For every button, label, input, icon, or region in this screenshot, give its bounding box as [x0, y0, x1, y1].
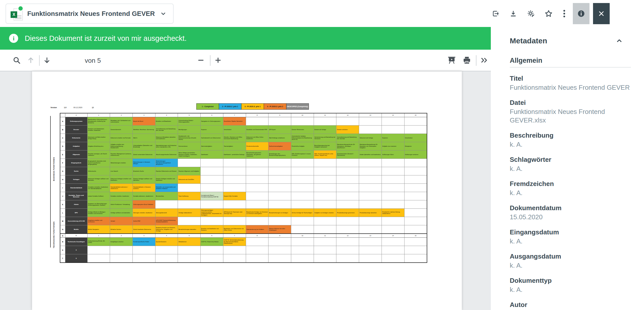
matrix-cell [155, 200, 178, 209]
matrix-cell [359, 254, 382, 263]
matrix-cell [223, 184, 246, 192]
matrix-cell: Kommentieren [178, 142, 201, 150]
matrix-cell: 2 [110, 234, 133, 238]
info-button[interactable] [573, 3, 589, 24]
matrix-cell: 11 [314, 234, 336, 238]
matrix-cell: Verschieben [404, 134, 427, 142]
checkin-button[interactable] [489, 3, 503, 24]
close-button[interactable] [593, 3, 610, 24]
matrix-cell [336, 225, 359, 234]
metadata-fields: TitelFunktionsmatrix Neues Frontend GEVE… [510, 74, 631, 310]
matrix-cell [201, 200, 223, 209]
matrix-cell: Lokale Kontakte Auflisten [87, 192, 110, 200]
matrix-cell [314, 175, 336, 184]
field-value: k. A. [510, 164, 631, 173]
legend-item: DESCOPED (Completely) [286, 103, 309, 110]
settings-button[interactable] [524, 3, 538, 24]
matrix-cell: Dashboard - persönliche Settings [223, 150, 246, 159]
matrix-cell [359, 159, 382, 167]
matrix-row: EAllgemeinFavoriten anzeigen, als Favori… [60, 150, 427, 159]
matrix-cell [269, 117, 291, 126]
matrix-cell [291, 246, 314, 254]
toolbar-divider [39, 55, 40, 66]
legend-item: 4 - PI 2020.3: prio 2 [264, 103, 286, 110]
matrix-cell [87, 246, 110, 254]
close-icon [598, 10, 605, 17]
matrix-cell [359, 167, 382, 175]
matrix-cell [359, 200, 382, 209]
matrix-cell: Dossier-Vorlagen erstellen und bearbeite… [155, 175, 178, 184]
find-button[interactable] [10, 50, 24, 71]
matrix-cell: Metadaten inkl. Sichtbarkeit und Lebensz… [110, 117, 133, 126]
toolbar-more-button[interactable] [477, 50, 491, 71]
matrix-cell: Dokument ab Vorlage [359, 134, 382, 142]
matrix-cell: Dossierübersicht [110, 126, 133, 134]
matrix-cell [223, 175, 246, 184]
matrix-cell [201, 246, 223, 254]
matrix-cell: 5 [178, 113, 201, 117]
more-menu-icon [563, 9, 566, 18]
matrix-cell [223, 217, 246, 225]
matrix-cell: Aufgabe neu zuweisen [382, 142, 404, 150]
matrix-cell: Automatische Updates Dokumentstatus bei … [291, 134, 314, 142]
matrix-cell: Zuletzt verwendete Dokumente [132, 150, 155, 159]
matrix-row: AR123456789101112131415 [60, 234, 427, 238]
matrix-cell: 5 [178, 234, 201, 238]
pdf-viewer-area[interactable]: Version1.009.12.2020§6 1 - Completed2 - … [0, 71, 491, 310]
zoom-in-button[interactable] [211, 50, 225, 71]
collapse-chevron-up-icon[interactable] [615, 37, 623, 45]
matrix-cell [404, 200, 427, 209]
next-page-button[interactable] [40, 50, 53, 71]
matrix-cell: Checkin, Checkout und Office Connector B… [223, 134, 246, 142]
section-technische-funktionen: TECHNISCHE FUNKTIONEN [50, 222, 57, 247]
matrix-row: RTechnische GrundlagenAuthentisierung (P… [60, 238, 427, 246]
matrix-cell: Aktuell ausgecheckte Dokumente [155, 150, 178, 159]
zoom-out-button[interactable] [194, 50, 207, 71]
legend-item: 1 - Completed [196, 103, 219, 110]
matrix-cell [269, 254, 291, 263]
checked-out-banner: i Dieses Dokument ist zurzeit von mir au… [0, 27, 491, 50]
matrix-cell [223, 254, 246, 263]
matrix-cell: Dokument mit Office Online bearbeiten [246, 134, 269, 142]
matrix-cell: 9 [269, 113, 291, 117]
matrix-cell [246, 238, 269, 246]
print-button[interactable] [460, 50, 474, 71]
document-title-chip[interactable]: X Funktionsmatrix Neues Frontend GEVER [6, 4, 174, 24]
presentation-mode-button[interactable] [445, 50, 459, 71]
matrix-cell: 3 [132, 234, 155, 238]
matrix-cell [404, 175, 427, 184]
matrix-cell [314, 200, 336, 209]
matrix-cell [382, 175, 404, 184]
matrix-cell: Dokument-Metadaten darstellen und bearbe… [155, 134, 178, 142]
metadata-field: Fremdzeichenk. A. [510, 179, 631, 197]
chevron-down-icon[interactable] [159, 10, 167, 17]
matrix-cell: Aufgaben zu Anträgen erstellen [314, 209, 336, 217]
field-value: k. A. [510, 140, 631, 149]
sidebar-title: Metadaten [510, 37, 547, 45]
download-button[interactable] [506, 3, 520, 24]
more-menu-button[interactable] [559, 3, 569, 24]
matrix-cell: 4 [155, 113, 178, 117]
matrix-cell: Berechtigungsentzug bei Aufgaben aussetz… [314, 142, 336, 150]
field-value: k. A. [510, 189, 631, 197]
previous-page-button[interactable] [24, 50, 37, 71]
matrix-cell [314, 184, 336, 192]
matrix-cell: OGIP 61: Read-Only Modus [201, 238, 223, 246]
metadata-field: Dokumenttypk. A. [510, 276, 631, 294]
matrix-cell: 2 [110, 113, 133, 117]
matrix-cell: 1 [87, 234, 110, 238]
matrix-cell: Journalisierung und Darstellung des Jour… [336, 134, 359, 142]
favorite-button[interactable] [542, 3, 556, 24]
matrix-cell: Erweiterte Suche [132, 167, 155, 175]
matrix-cell: Dossier schützen [336, 126, 359, 134]
matrix-cell: Benutzerliste [155, 192, 178, 200]
app-header: X Funktionsmatrix Neues Frontend GEVER [0, 0, 644, 27]
matrix-cell: Sitzungen erstellen, bearbeiten [132, 209, 155, 217]
matrix-cell: Anträge auflisten und darstellen [110, 209, 133, 217]
matrix-cell [404, 254, 427, 263]
matrix-cell [314, 246, 336, 254]
matrix-cell [359, 175, 382, 184]
matrix-cell: Sitzungsübersicht [155, 209, 178, 217]
matrix-cell: Facetten Dokumente und Dossier [155, 167, 178, 175]
matrix-cell [110, 246, 133, 254]
